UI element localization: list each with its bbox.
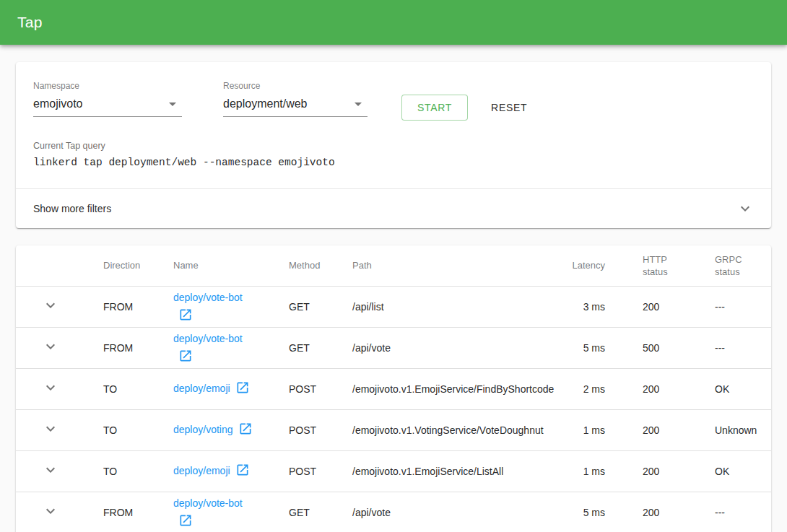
path-cell: /api/list — [352, 286, 555, 327]
expand-row-button[interactable] — [42, 461, 59, 479]
tap-query-label: Current Tap query — [33, 141, 754, 151]
namespace-label: Namespace — [33, 81, 182, 91]
direction-cell: FROM — [103, 492, 173, 532]
method-cell: POST — [289, 368, 352, 409]
table-header-row: Direction Name Method Path Latency HTTP … — [16, 245, 771, 286]
open-in-new-icon[interactable] — [238, 422, 253, 436]
expand-row-button[interactable] — [42, 420, 59, 437]
chevron-down-icon — [42, 502, 59, 520]
tap-query-value: linkerd tap deployment/web --namespace e… — [33, 157, 754, 168]
path-cell: /emojivoto.v1.EmojiService/ListAll — [352, 450, 555, 492]
name-cell: deploy/emoji — [173, 462, 257, 480]
column-header-http-status: HTTP status — [605, 245, 699, 286]
chevron-down-icon[interactable] — [736, 200, 754, 217]
expand-row-button[interactable] — [42, 338, 59, 355]
reset-button[interactable]: RESET — [485, 95, 533, 121]
direction-cell: TO — [103, 368, 173, 409]
column-header-latency: Latency — [555, 245, 605, 286]
resource-label: Resource — [223, 81, 368, 91]
resource-value: deployment/web — [223, 97, 308, 110]
method-cell: POST — [289, 409, 352, 450]
name-cell: deploy/voting — [173, 421, 257, 439]
resource-link[interactable]: deploy/emoji — [173, 465, 230, 476]
show-more-filters-label: Show more filters — [33, 203, 111, 214]
name-cell: deploy/vote-bot — [173, 494, 257, 531]
resource-link[interactable]: deploy/vote-bot — [173, 292, 243, 303]
grpc-status-cell: --- — [699, 492, 771, 532]
name-cell: deploy/vote-bot — [173, 289, 257, 325]
column-header-grpc-status: GRPC status — [699, 245, 771, 286]
resource-link[interactable]: deploy/vote-bot — [173, 333, 243, 344]
tap-results-table: Direction Name Method Path Latency HTTP … — [16, 245, 771, 532]
method-cell: GET — [289, 327, 352, 368]
name-cell: deploy/emoji — [173, 380, 257, 398]
path-cell: /api/vote — [352, 492, 555, 532]
open-in-new-icon[interactable] — [178, 513, 193, 528]
latency-cell: 5 ms — [555, 327, 605, 368]
current-tap-query: Current Tap query linkerd tap deployment… — [33, 141, 754, 168]
start-button[interactable]: START — [401, 95, 468, 121]
direction-cell: TO — [103, 409, 173, 450]
resource-link[interactable]: deploy/voting — [173, 424, 233, 435]
table-row: TO deploy/emoji POST /emojivoto.v1.Emoji… — [16, 368, 771, 409]
direction-cell: FROM — [103, 286, 173, 327]
latency-cell: 1 ms — [555, 450, 605, 492]
table-row: FROM deploy/vote-bot GET /api/list 3 ms … — [16, 286, 771, 327]
method-cell: GET — [289, 492, 352, 532]
method-cell: GET — [289, 286, 352, 327]
resource-select[interactable]: Resource deployment/web — [223, 81, 368, 117]
namespace-value: emojivoto — [33, 97, 82, 110]
http-status-cell: 500 — [605, 327, 699, 368]
grpc-status-cell: OK — [699, 450, 771, 492]
expand-row-button[interactable] — [42, 379, 59, 396]
column-header-expand — [16, 245, 103, 286]
latency-cell: 2 ms — [555, 368, 605, 409]
name-cell: deploy/vote-bot — [173, 330, 257, 366]
column-header-direction: Direction — [103, 245, 173, 286]
table-row: FROM deploy/vote-bot GET /api/vote 5 ms … — [16, 492, 771, 532]
tap-form-row: Namespace emojivoto Resource deployment/… — [33, 81, 754, 121]
open-in-new-icon[interactable] — [178, 308, 193, 322]
grpc-status-cell: --- — [699, 327, 771, 368]
dropdown-arrow-icon — [169, 103, 176, 106]
expand-row-button[interactable] — [42, 297, 59, 314]
latency-cell: 5 ms — [555, 492, 605, 532]
http-status-cell: 200 — [605, 450, 699, 492]
tap-filter-card: Namespace emojivoto Resource deployment/… — [16, 62, 771, 228]
path-cell: /emojivoto.v1.EmojiService/FindByShortco… — [352, 368, 555, 409]
chevron-down-icon — [42, 338, 59, 355]
chevron-down-icon — [42, 461, 59, 479]
open-in-new-icon[interactable] — [235, 380, 250, 395]
http-status-cell: 200 — [605, 409, 699, 450]
http-status-cell: 200 — [605, 492, 699, 532]
http-status-cell: 200 — [605, 368, 699, 409]
direction-cell: FROM — [103, 327, 173, 368]
method-cell: POST — [289, 450, 352, 492]
resource-select-control[interactable]: deployment/web — [223, 95, 368, 117]
namespace-select-control[interactable]: emojivoto — [33, 95, 182, 117]
column-header-name: Name — [173, 245, 289, 286]
open-in-new-icon[interactable] — [235, 463, 250, 477]
column-header-method: Method — [289, 245, 352, 286]
show-more-filters[interactable]: Show more filters — [16, 188, 771, 228]
grpc-status-cell: OK — [699, 368, 771, 409]
expand-row-button[interactable] — [42, 502, 59, 520]
tap-results-card: Direction Name Method Path Latency HTTP … — [16, 245, 771, 532]
path-cell: /api/vote — [352, 327, 555, 368]
open-in-new-icon[interactable] — [178, 349, 193, 363]
column-header-path: Path — [352, 245, 555, 286]
resource-link[interactable]: deploy/vote-bot — [173, 497, 243, 509]
direction-cell: TO — [103, 450, 173, 492]
grpc-status-cell: Unknown — [699, 409, 771, 450]
latency-cell: 1 ms — [555, 409, 605, 450]
table-row: TO deploy/voting POST /emojivoto.v1.Voti… — [16, 409, 771, 450]
page-title: Tap — [17, 14, 43, 31]
namespace-select[interactable]: Namespace emojivoto — [33, 81, 182, 117]
chevron-down-icon — [42, 297, 59, 314]
resource-link[interactable]: deploy/emoji — [173, 383, 230, 394]
app-bar: Tap — [0, 0, 787, 45]
chevron-down-icon — [42, 379, 59, 396]
table-row: FROM deploy/vote-bot GET /api/vote 5 ms … — [16, 327, 771, 368]
chevron-down-icon — [42, 420, 59, 437]
table-row: TO deploy/emoji POST /emojivoto.v1.Emoji… — [16, 450, 771, 492]
